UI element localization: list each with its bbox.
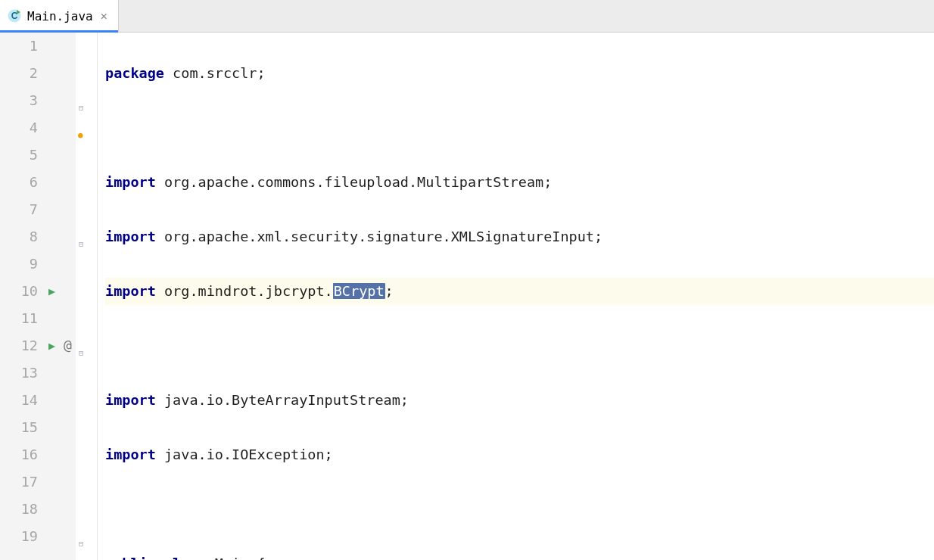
fold-column: ⊟ ● ⊟ ⊟ ⊟	[76, 33, 98, 560]
fold-toggle-icon[interactable]: ⊟	[79, 95, 84, 122]
fold-toggle-icon[interactable]: ⊟	[79, 231, 84, 258]
code-text: Main {	[207, 555, 266, 560]
java-class-icon: C	[8, 9, 21, 23]
run-line-icon[interactable]: ▶	[48, 332, 55, 359]
tab-bar: C Main.java ✕	[0, 0, 934, 33]
line-number-gutter: 1 2 3 4 5 6 7 8 9 10 11 12 13 14 15 16 1…	[0, 33, 76, 560]
line-number: 1	[0, 33, 76, 60]
line-number: 2	[0, 60, 76, 87]
close-icon[interactable]: ✕	[101, 9, 107, 23]
line-number: 5	[0, 142, 76, 169]
run-line-icon[interactable]: ▶	[48, 278, 55, 305]
code-text: org.apache.xml.security.signature.XMLSig…	[156, 229, 602, 244]
keyword-package: package	[105, 65, 164, 81]
keyword-import: import	[105, 229, 156, 244]
line-number: 17	[0, 468, 76, 496]
line-number: 8	[0, 223, 76, 250]
line-number: 16	[0, 441, 76, 468]
keyword-public: public	[105, 555, 156, 560]
keyword-class: class	[164, 555, 207, 560]
line-number: 19	[0, 523, 76, 550]
code-text: org.mindrot.jbcrypt.	[156, 283, 333, 299]
keyword-import: import	[105, 392, 156, 408]
fold-toggle-icon[interactable]: ⊟	[79, 530, 84, 558]
code-text: ;	[385, 283, 394, 299]
keyword-import: import	[105, 174, 156, 190]
line-number: 6	[0, 169, 76, 196]
tab-main-java[interactable]: C Main.java ✕	[0, 0, 119, 32]
keyword-import: import	[105, 283, 156, 299]
line-number: 11	[0, 305, 76, 332]
warning-icon[interactable]: ●	[78, 122, 83, 149]
line-number: 10	[0, 278, 76, 305]
line-number: 7	[0, 196, 76, 223]
code-text: org.apache.commons.fileupload.MultipartS…	[156, 174, 552, 190]
keyword-import: import	[105, 446, 156, 462]
line-number: 4	[0, 114, 76, 142]
code-text: com.srcclr;	[164, 65, 266, 81]
line-number: 9	[0, 250, 76, 278]
line-number: 14	[0, 387, 76, 414]
code-text: java.io.ByteArrayInputStream;	[156, 392, 409, 408]
current-line: import org.mindrot.jbcrypt.BCrypt;	[105, 278, 934, 305]
fold-toggle-icon[interactable]: ⊟	[79, 340, 84, 367]
selection: BCrypt	[333, 283, 385, 299]
annotation-marker: @	[64, 331, 72, 359]
line-number: 15	[0, 414, 76, 441]
line-number: 18	[0, 496, 76, 523]
tab-title: Main.java	[27, 9, 93, 23]
code-area[interactable]: package com.srcclr; import org.apache.co…	[98, 33, 934, 560]
line-number: 3	[0, 87, 76, 114]
code-editor[interactable]: 1 2 3 4 5 6 7 8 9 10 11 12 13 14 15 16 1…	[0, 33, 934, 560]
code-text: java.io.IOException;	[156, 446, 333, 462]
line-number: 13	[0, 359, 76, 387]
